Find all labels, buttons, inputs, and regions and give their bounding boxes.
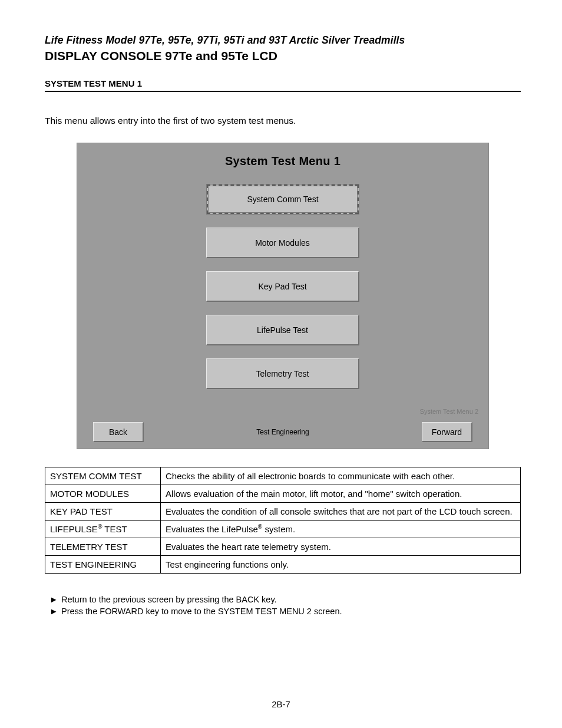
- menu-telemetry-test[interactable]: Telemetry Test: [206, 358, 359, 389]
- cell-desc: Evaluates the LifePulse® system.: [161, 521, 521, 538]
- cell-label: TEST ENGINEERING: [45, 556, 161, 574]
- note-text: Return to the previous screen by pressin…: [61, 594, 277, 605]
- header-title: DISPLAY CONSOLE 97Te and 95Te LCD: [45, 49, 521, 63]
- cell-label: MOTOR MODULES: [45, 485, 161, 503]
- cell-label: SYSTEM COMM TEST: [45, 467, 161, 485]
- lcd-hint-next-menu: System Test Menu 2: [420, 408, 478, 415]
- header-subtitle: Life Fitness Model 97Te, 95Te, 97Ti, 95T…: [45, 34, 521, 47]
- section-title: SYSTEM TEST MENU 1: [45, 78, 521, 92]
- lcd-screenshot: System Test Menu 1 System Comm Test Moto…: [77, 143, 489, 449]
- cell-desc: Checks the ability of all electronic boa…: [161, 467, 521, 485]
- cell-label: TELEMETRY TEST: [45, 538, 161, 556]
- table-row: KEY PAD TEST Evaluates the condition of …: [45, 503, 521, 521]
- arrow-icon: ►: [45, 605, 53, 617]
- menu-motor-modules[interactable]: Motor Modules: [206, 228, 359, 258]
- cell-desc: Evaluates the heart rate telemetry syste…: [161, 538, 521, 556]
- lcd-footer: Back Test Engineering Forward: [77, 422, 489, 442]
- note-item: ► Return to the previous screen by press…: [45, 594, 521, 605]
- note-item: ► Press the FORWARD key to move to the S…: [45, 605, 521, 617]
- footer-center-label: Test Engineering: [256, 428, 309, 436]
- menu-system-comm-test[interactable]: System Comm Test: [206, 184, 359, 215]
- table-row: TEST ENGINEERING Test engineering functi…: [45, 556, 521, 574]
- intro-text: This menu allows entry into the first of…: [45, 116, 521, 126]
- arrow-icon: ►: [45, 594, 53, 605]
- lcd-title: System Test Menu 1: [77, 143, 489, 168]
- cell-label: KEY PAD TEST: [45, 503, 161, 521]
- forward-button[interactable]: Forward: [422, 422, 472, 442]
- cell-desc: Test engineering functions only.: [161, 556, 521, 574]
- back-button[interactable]: Back: [93, 422, 144, 442]
- lcd-menu-buttons: System Comm Test Motor Modules Key Pad T…: [206, 184, 359, 402]
- note-text: Press the FORWARD key to move to the SYS…: [61, 605, 342, 617]
- description-table: SYSTEM COMM TEST Checks the ability of a…: [45, 467, 521, 574]
- table-row: LIFEPULSE® TEST Evaluates the LifePulse®…: [45, 521, 521, 538]
- table-row: MOTOR MODULES Allows evaluation of the m…: [45, 485, 521, 503]
- page-number: 2B-7: [0, 699, 562, 709]
- notes-list: ► Return to the previous screen by press…: [45, 594, 521, 618]
- menu-key-pad-test[interactable]: Key Pad Test: [206, 271, 359, 302]
- table-row: SYSTEM COMM TEST Checks the ability of a…: [45, 467, 521, 485]
- cell-desc: Evaluates the condition of all console s…: [161, 503, 521, 521]
- table-row: TELEMETRY TEST Evaluates the heart rate …: [45, 538, 521, 556]
- cell-desc: Allows evaluation of the main motor, lif…: [161, 485, 521, 503]
- menu-lifepulse-test[interactable]: LifePulse Test: [206, 315, 359, 345]
- cell-label: LIFEPULSE® TEST: [45, 521, 161, 538]
